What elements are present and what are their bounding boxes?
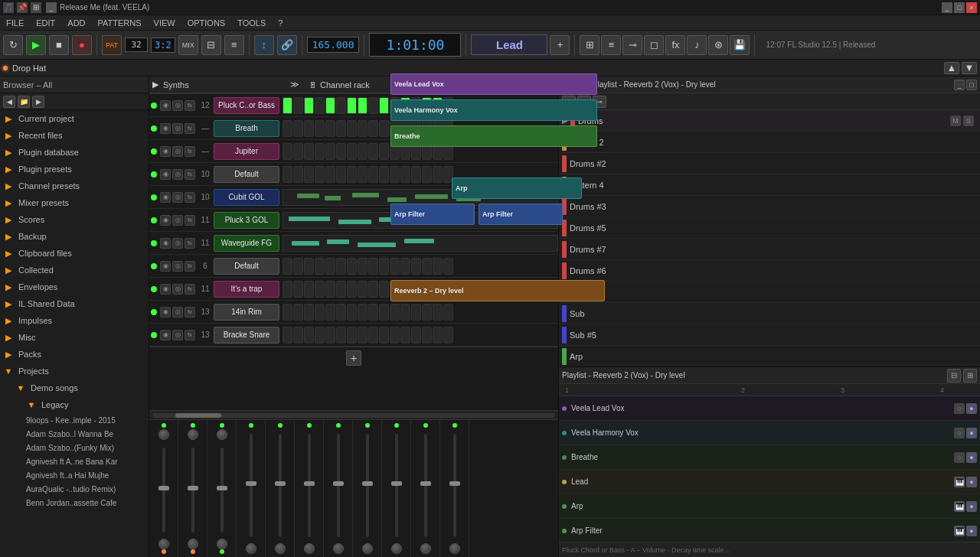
step-2-1[interactable]	[293, 143, 303, 160]
step-1-7[interactable]	[358, 120, 368, 137]
step-10-1[interactable]	[293, 327, 303, 344]
step-10-15[interactable]	[443, 327, 453, 344]
ch-name-btn-9[interactable]: 14in Rim	[214, 304, 279, 321]
ch-name-8[interactable]: It's a trap	[214, 281, 283, 298]
step-9-4[interactable]	[325, 304, 335, 321]
pl-step-btn[interactable]: ⊟	[947, 369, 961, 383]
step-3-0[interactable]	[283, 166, 292, 183]
step-8-8[interactable]	[368, 281, 378, 298]
expand-icon[interactable]: ⊞	[31, 2, 41, 13]
step-7-15[interactable]	[443, 258, 453, 275]
mix-knob-vol-4[interactable]	[275, 543, 286, 554]
sidebar-item-impulses[interactable]: ▶ Impulses	[0, 312, 149, 329]
stop-button[interactable]: ■	[49, 35, 69, 55]
ch-solo-7[interactable]: ◎	[172, 261, 183, 272]
ch-mute-4[interactable]: ◉	[160, 192, 171, 203]
tempo-display[interactable]: 165.000	[307, 37, 360, 53]
ch-name-btn-4[interactable]: Cubit GOL	[214, 189, 279, 206]
mixer-row-drums[interactable]: ▶ Drums M S	[559, 110, 980, 132]
step-8-2[interactable]	[304, 281, 314, 298]
mixer-play-icon[interactable]: ⊛	[571, 80, 579, 90]
mix-knob-vol-7[interactable]	[362, 543, 373, 554]
sidebar-file-6[interactable]: Benn Jordan..assette Cafe	[0, 496, 149, 510]
step-7-7[interactable]	[358, 258, 368, 275]
pattern-number[interactable]: 32	[125, 37, 148, 52]
lead-display[interactable]: Lead	[471, 34, 547, 55]
menu-view[interactable]: VIEW	[151, 18, 178, 28]
sidebar-folder-btn[interactable]: 📁	[18, 96, 30, 108]
mix-fader-thumb-3[interactable]	[246, 481, 256, 486]
mix-fader-thumb-8[interactable]	[391, 481, 402, 486]
step-2-6[interactable]	[347, 143, 357, 160]
pl-slide-btn[interactable]: ⊞	[963, 369, 977, 383]
step-7-11[interactable]	[400, 258, 410, 275]
mixer-mode-2[interactable]: ≡	[577, 96, 591, 108]
step-10-7[interactable]	[358, 327, 368, 344]
mixer-solo-drums[interactable]: S	[963, 116, 974, 126]
sidebar-item-channel-presets[interactable]: ▶ Channel presets	[0, 178, 149, 194]
ch-name-5[interactable]: Pluck 3 GOL	[214, 212, 283, 229]
ch-mute-5[interactable]: ◉	[160, 215, 171, 226]
step-10-12[interactable]	[411, 327, 421, 344]
step-0-8[interactable]	[368, 97, 378, 114]
plugin-btn[interactable]: ⊛	[708, 35, 728, 55]
mix-fader-thumb-4[interactable]	[275, 481, 286, 486]
mix-fader-thumb-0[interactable]	[158, 486, 169, 490]
sidebar-item-backup[interactable]: ▶ Backup	[0, 228, 149, 245]
step-2-2[interactable]	[304, 143, 314, 160]
mix-knob-pan-0[interactable]	[158, 429, 169, 440]
mixer-row-arp[interactable]: Arp	[559, 346, 980, 367]
step-0-11[interactable]	[400, 97, 410, 114]
ch-fx-10[interactable]: fx	[185, 330, 195, 340]
link-btn[interactable]: 🔗	[277, 35, 297, 55]
menu-edit[interactable]: EDIT	[33, 18, 58, 28]
drophat-down-btn[interactable]: ▼	[962, 62, 977, 74]
step-9-15[interactable]	[443, 304, 453, 321]
step-3-1[interactable]	[293, 166, 303, 183]
step-9-5[interactable]	[336, 304, 346, 321]
mix-fader-10[interactable]	[453, 434, 456, 537]
step-9-0[interactable]	[283, 304, 292, 321]
mix-fader-thumb-7[interactable]	[362, 481, 373, 486]
ch-solo-6[interactable]: ◎	[172, 238, 183, 249]
step-9-13[interactable]	[422, 304, 432, 321]
mixer-mode-3[interactable]: ⊸	[593, 96, 606, 108]
ch-mute-7[interactable]: ◉	[160, 261, 171, 272]
ch-name-4[interactable]: Cubit GOL	[214, 189, 283, 206]
step-2-15[interactable]	[443, 143, 453, 160]
step-0-2[interactable]	[304, 97, 314, 114]
step-7-5[interactable]	[336, 258, 346, 275]
ch-name-7[interactable]: Default	[214, 258, 283, 275]
ch-name-0[interactable]: Pluck C..or Bass	[214, 97, 283, 114]
step-9-14[interactable]	[433, 304, 443, 321]
ch-piano-5[interactable]	[283, 212, 558, 229]
ch-fx-2[interactable]: fx	[185, 146, 195, 157]
ch-name-btn-3[interactable]: Default	[214, 166, 279, 183]
loop-button[interactable]: ↻	[3, 35, 23, 55]
step-2-13[interactable]	[422, 143, 432, 160]
mix-fader-9[interactable]	[424, 434, 427, 537]
ch-fx-1[interactable]: fx	[185, 123, 195, 134]
ch-mute-8[interactable]: ◉	[160, 284, 171, 295]
step-7-10[interactable]	[390, 258, 400, 275]
minimize-icon[interactable]: _	[46, 2, 57, 13]
pl-track-icon-piano-arp[interactable]: 🎹	[954, 501, 965, 512]
lead-add-btn[interactable]: +	[550, 35, 570, 55]
step-1-8[interactable]	[368, 120, 378, 137]
mix-knob-vol-9[interactable]	[420, 543, 431, 554]
step-1-3[interactable]	[315, 120, 325, 137]
mix-knob-vol-0[interactable]	[158, 539, 169, 549]
step-7-8[interactable]	[368, 258, 378, 275]
mix-fader-thumb-9[interactable]	[420, 481, 431, 486]
step-3-6[interactable]	[347, 166, 357, 183]
step-3-5[interactable]	[336, 166, 346, 183]
mixer-row-pattern4[interactable]: Pattern 4	[559, 174, 980, 196]
step-1-6[interactable]	[347, 120, 357, 137]
step-8-3[interactable]	[315, 281, 325, 298]
step-1-1[interactable]	[293, 120, 303, 137]
ch-solo-10[interactable]: ◎	[172, 330, 183, 340]
add-channel-button[interactable]: +	[346, 350, 361, 366]
step-1-4[interactable]	[325, 120, 335, 137]
step-10-14[interactable]	[433, 327, 443, 344]
mix-knob-vol-3[interactable]	[246, 543, 256, 554]
